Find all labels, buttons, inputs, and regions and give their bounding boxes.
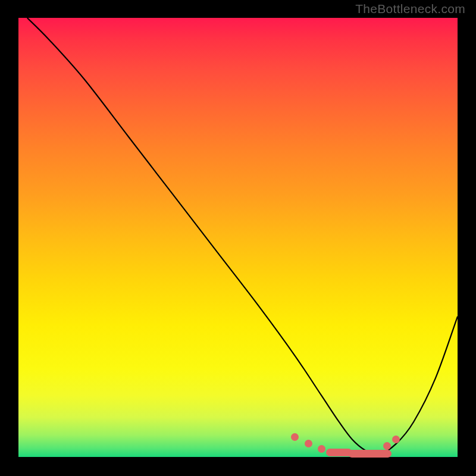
chart-container: TheBottleneck.com (0, 0, 476, 476)
plot-background (18, 18, 458, 457)
watermark-label: TheBottleneck.com (355, 2, 465, 16)
